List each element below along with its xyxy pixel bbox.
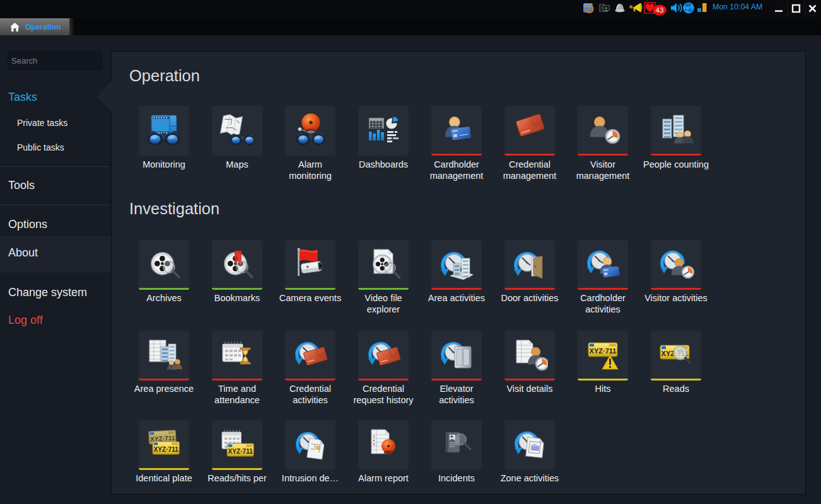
svg-text:XYZ·711: XYZ·711: [228, 448, 253, 455]
svg-text:XYZ·711: XYZ·711: [153, 446, 178, 453]
svg-text:XYZ·711: XYZ·711: [590, 347, 617, 355]
